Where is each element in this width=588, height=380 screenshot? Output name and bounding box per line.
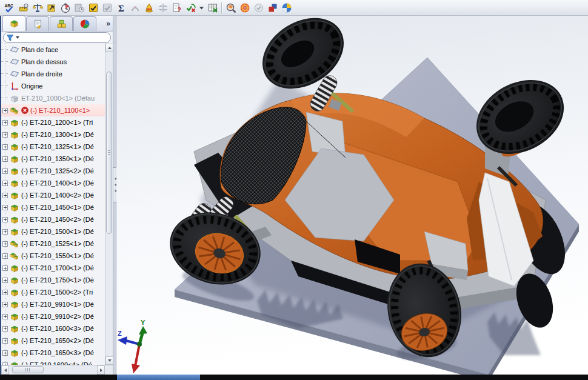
tree-item-et-210-1750-1-d[interactable]: (-) ET-210_1750<1> (Dé [1, 274, 105, 286]
simulationxpress-icon[interactable] [142, 1, 156, 15]
preview-render-icon[interactable] [224, 1, 238, 15]
toolbox-icon[interactable] [266, 1, 279, 15]
expand-toggle[interactable] [2, 314, 8, 319]
scroll-left-button[interactable] [1, 365, 9, 375]
tree-item-et-210-1400-2-d[interactable]: (-) ET-210_1400<2> (Dé [1, 189, 105, 201]
part-icon [10, 324, 20, 333]
tree-item-et-210-1600-3-d[interactable]: (-) ET-210_1600<3> (Dé [1, 322, 105, 335]
tree-item-et-210-1450-1-d[interactable]: (-) ET-210_1450<1> (Dé [1, 201, 105, 213]
tree-item-plan-de-face[interactable]: Plan de face [1, 44, 105, 56]
expand-toggle[interactable] [2, 181, 8, 186]
expand-toggle[interactable] [2, 156, 8, 162]
origin-icon [10, 81, 20, 91]
tree-item-et-210-1700-1-d[interactable]: (-) ET-210_1700<1> (Dé [1, 262, 105, 274]
appearances-icon[interactable] [238, 1, 252, 15]
tree-item-origine[interactable]: Origine [1, 80, 105, 92]
tree-item-label: (-) ET-210_1325<1> (Dé [21, 143, 94, 150]
expand-toggle[interactable] [2, 229, 8, 235]
expand-toggle[interactable] [2, 217, 8, 222]
tree-item-label: Plan de dessus [21, 58, 67, 65]
tab-propertymanager[interactable] [26, 16, 49, 31]
tree-item-et-210-9910-2-d[interactable]: (-) ET-210_9910<2> (Dé [1, 310, 105, 322]
expand-toggle[interactable] [2, 302, 8, 307]
expand-toggle[interactable] [2, 120, 8, 125]
tree-item-et-210-1450-2-d[interactable]: (-) ET-210_1450<2> (Dé [1, 213, 105, 225]
tree-item-et-210-1350-1-d[interactable]: (-) ET-210_1350<1> (Dé [1, 153, 105, 165]
tree-item-et-210-9910-1-d[interactable]: (-) ET-210_9910<1> (Dé [1, 298, 105, 310]
expand-toggle[interactable] [2, 205, 8, 210]
spell-check-icon[interactable]: ABC [2, 1, 16, 15]
import-diagnostics-icon[interactable]: ? [170, 1, 184, 15]
edrawings-icon[interactable] [279, 1, 293, 15]
tree-item-label: (-) ET-210_9910<1> (Dé [21, 301, 94, 308]
graphics-viewport[interactable]: Z Y X [116, 16, 588, 375]
tree-item-et-210-1325-1-d[interactable]: (-) ET-210_1325<1> (Dé [1, 141, 105, 153]
filter-funnel-icon[interactable] [6, 34, 14, 42]
align-disabled-icon[interactable] [156, 1, 170, 15]
tab-displaymanager[interactable] [73, 16, 96, 31]
expand-toggle[interactable] [2, 350, 8, 356]
tree-item-plan-de-dessus[interactable]: Plan de dessus [1, 56, 105, 68]
window-bottom-edge [0, 375, 588, 380]
dropdown-caret-icon[interactable] [198, 1, 205, 15]
tree-item-label: (-) ET-210_1400<1> (Dé [21, 179, 94, 187]
tree-item-et-210-1000-1-d-fau[interactable]: ET-210_1000<1> (Défau [1, 92, 105, 104]
tree-item-label: (-) ET-210_1550<1> (Dé [21, 252, 94, 259]
expand-toggle[interactable] [2, 265, 8, 271]
tree-item-et-210-1100-1[interactable]: (-) ET-210_1100<1> [1, 104, 105, 116]
equations-icon[interactable]: Σ [114, 1, 128, 15]
design-checker-disabled-icon[interactable] [100, 1, 114, 15]
part-icon [10, 190, 20, 200]
section-properties-icon[interactable] [44, 1, 58, 15]
filter-input[interactable] [19, 33, 108, 42]
tree-item-label: (-) ET-210_1500<1> (Dé [21, 228, 94, 235]
tree-connector [1, 61, 8, 62]
expand-toggle[interactable] [2, 253, 8, 259]
tab-featuremanager[interactable] [2, 15, 25, 31]
tree-item-et-210-1500-2-tri[interactable]: (-) ET-210_1500<2> (Tri [1, 286, 105, 298]
expand-toggle[interactable] [2, 168, 8, 174]
vertical-scroll-thumb[interactable] [106, 72, 112, 234]
tree-item-label: (-) ET-210_1100<1> [30, 107, 90, 114]
tree-item-et-210-1525-1-d[interactable]: (-) ET-210_1525<1> (Dé [1, 238, 105, 250]
assembly-icon [10, 251, 20, 261]
expand-toggle[interactable] [2, 193, 8, 198]
tree-vertical-scrollbar[interactable] [105, 44, 113, 365]
assembly-visualization-disabled-icon[interactable] [72, 1, 86, 15]
deviation-analysis-disabled-icon[interactable] [128, 1, 142, 15]
expand-toggle[interactable] [2, 338, 8, 344]
measure-icon[interactable] [16, 1, 30, 15]
tree-item-et-210-1650-3-d[interactable]: (-) ET-210_1650<3> (Dé [1, 347, 105, 359]
design-checker-icon[interactable] [86, 1, 100, 15]
tree-item-et-210-1325-2-d[interactable]: (-) ET-210_1325<2> (Dé [1, 165, 105, 177]
expand-toggle[interactable] [2, 132, 8, 138]
verification-disabled-icon[interactable] [252, 1, 266, 15]
tree-item-et-210-1500-1-d[interactable]: (-) ET-210_1500<1> (Dé [1, 225, 105, 238]
tree-item-et-210-1650-2-d[interactable]: (-) ET-210_1650<2> (Dé [1, 335, 105, 347]
scroll-right-button[interactable] [97, 365, 105, 375]
check-entity-icon[interactable] [184, 1, 198, 15]
expand-toggle[interactable] [2, 144, 8, 150]
expand-toggle[interactable] [2, 241, 8, 247]
svg-text:?: ? [177, 7, 181, 13]
expand-toggle[interactable] [2, 108, 8, 113]
design-table-icon[interactable] [205, 1, 219, 15]
tree-item-plan-de-droite[interactable]: Plan de droite [1, 68, 105, 80]
expand-toggle[interactable] [2, 290, 8, 295]
tabs-overflow-chevron[interactable]: » [106, 19, 110, 28]
filter-field[interactable] [3, 32, 111, 43]
tree-item-et-210-1300-1-d[interactable]: (-) ET-210_1300<1> (Dé [1, 128, 105, 141]
tree-item-et-210-1200-1-tri[interactable]: (-) ET-210_1200<1> (Tri [1, 116, 105, 128]
performance-evaluation-icon[interactable] [58, 1, 72, 15]
expand-toggle[interactable] [2, 326, 8, 332]
horizontal-scroll-thumb[interactable] [12, 366, 44, 373]
mass-properties-icon[interactable] [30, 1, 44, 15]
tree-horizontal-scrollbar[interactable] [1, 365, 113, 375]
tree-item-label: (-) ET-210_1650<3> (Dé [21, 349, 94, 356]
tree-item-label: (-) ET-210_1325<2> (Dé [21, 167, 94, 175]
tree-item-et-210-1400-1-d[interactable]: (-) ET-210_1400<1> (Dé [1, 177, 105, 189]
tab-configurationmanager[interactable] [50, 16, 73, 31]
tree-item-et-210-1550-1-d[interactable]: (-) ET-210_1550<1> (Dé [1, 250, 105, 262]
tree-item-et-210-1600-4-d[interactable]: (-) ET-210 1600<4> (Dé [1, 359, 105, 365]
expand-toggle[interactable] [2, 278, 8, 283]
